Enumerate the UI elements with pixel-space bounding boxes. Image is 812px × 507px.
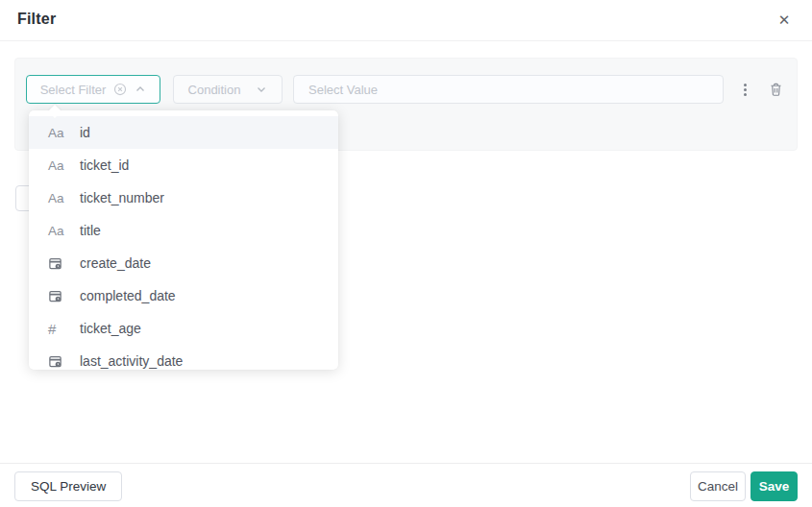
field-select[interactable]: Select Filter [26, 75, 160, 104]
trash-icon[interactable] [766, 79, 785, 100]
chevron-down-icon [256, 84, 267, 95]
dropdown-item-create-date[interactable]: create_date [29, 247, 338, 279]
sql-preview-button[interactable]: SQL Preview [14, 471, 122, 501]
condition-select[interactable]: Condition [173, 75, 283, 104]
calendar-icon [48, 256, 69, 271]
dropdown-item-ticket-age[interactable]: # ticket_age [29, 312, 338, 345]
value-input[interactable]: Select Value [293, 75, 724, 104]
dropdown-item-title[interactable]: Aa title [29, 214, 338, 247]
dialog-header: Filter ✕ [0, 0, 812, 41]
calendar-icon [48, 354, 69, 369]
dropdown-item-ticket-number[interactable]: Aa ticket_number [29, 181, 338, 214]
chevron-up-icon [135, 84, 146, 95]
field-dropdown: Aa id Aa ticket_id Aa ticket_number Aa t… [29, 110, 338, 370]
field-select-placeholder: Select Filter [40, 83, 107, 97]
text-type-icon: Aa [48, 224, 69, 238]
clear-icon[interactable] [113, 83, 127, 96]
kebab-menu-icon[interactable] [738, 75, 751, 104]
text-type-icon: Aa [48, 126, 69, 140]
dialog-footer: SQL Preview Cancel Save [0, 463, 812, 507]
dialog-title: Filter [17, 11, 56, 28]
condition-placeholder: Condition [188, 83, 241, 97]
filter-dialog: Filter ✕ Select Filter Condition Select … [0, 0, 812, 507]
value-input-placeholder: Select Value [308, 83, 378, 97]
cancel-button[interactable]: Cancel [690, 471, 746, 501]
dropdown-item-last-activity-date[interactable]: last_activity_date [29, 345, 338, 370]
close-icon[interactable]: ✕ [774, 10, 795, 31]
text-type-icon: Aa [48, 158, 69, 173]
dropdown-item-completed-date[interactable]: completed_date [29, 279, 338, 312]
number-type-icon: # [48, 321, 69, 337]
save-button[interactable]: Save [750, 471, 798, 501]
calendar-icon [48, 289, 69, 303]
text-type-icon: Aa [48, 191, 69, 205]
dropdown-item-id[interactable]: Aa id [29, 116, 338, 149]
dropdown-item-ticket-id[interactable]: Aa ticket_id [29, 149, 338, 181]
